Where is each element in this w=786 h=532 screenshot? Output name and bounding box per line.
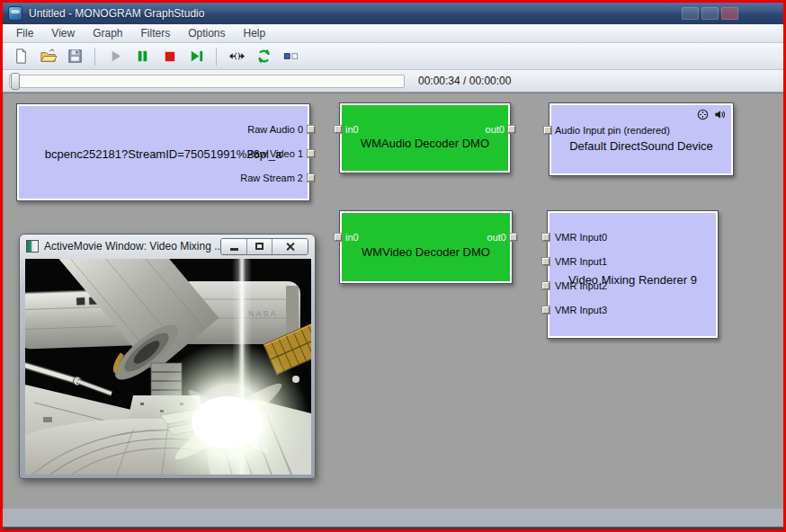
minimize-button[interactable]	[682, 7, 699, 20]
pin-wmvideo-in0[interactable]	[335, 234, 342, 241]
pin-raw-video-1[interactable]	[308, 150, 315, 157]
connect-pins-button[interactable]	[280, 46, 301, 67]
activemovie-minimize-button[interactable]	[221, 239, 246, 254]
pin-label-vmr-input2: VMR Input2	[555, 280, 607, 291]
menu-help[interactable]: Help	[235, 24, 275, 42]
activemovie-close-button[interactable]	[272, 239, 308, 254]
activemovie-title-bar[interactable]: ActiveMovie Window: Video Mixing ...	[20, 235, 315, 258]
save-graph-button[interactable]	[64, 46, 85, 67]
activemovie-icon	[26, 240, 39, 253]
activemovie-maximize-button[interactable]	[246, 239, 272, 254]
application-window: Untitled - MONOGRAM GraphStudio File Vie…	[0, 0, 786, 532]
filter-directsound-device[interactable]: Default DirectSound Device Audio Input p…	[549, 102, 734, 176]
window-title: Untitled - MONOGRAM GraphStudio	[29, 7, 204, 20]
filter-directsound-name: Default DirectSound Device	[549, 139, 733, 153]
open-folder-icon	[40, 48, 57, 65]
filter-vmr9[interactable]: Video Mixing Renderer 9 VMR Input0 VMR I…	[547, 210, 719, 339]
pin-vmr-input2[interactable]	[542, 282, 549, 289]
open-graph-button[interactable]	[37, 46, 58, 67]
filter-source[interactable]: bcpenc252181?StreamID=75051991%26pl_a Ra…	[16, 103, 310, 201]
connect-pins-icon	[282, 48, 299, 65]
pin-label-raw-stream-2: Raw Stream 2	[240, 173, 303, 183]
pin-wmvideo-out0[interactable]	[510, 234, 517, 241]
pin-vmr-input0[interactable]	[542, 234, 549, 241]
close-button[interactable]	[721, 7, 738, 20]
pin-label-wmaudio-in0: in0	[345, 124, 359, 135]
pause-button[interactable]	[131, 46, 153, 67]
window-bottom-edge	[3, 527, 783, 529]
menu-view[interactable]: View	[42, 24, 84, 42]
seek-slider[interactable]	[9, 75, 405, 88]
filter-wmvideo-name: WMVideo Decoder DMO	[340, 245, 512, 259]
spread-filters-icon	[228, 48, 246, 65]
stop-icon	[161, 48, 178, 65]
pin-raw-audio-0[interactable]	[308, 126, 315, 133]
clock-icon	[697, 109, 709, 120]
toolbar-separator	[216, 48, 217, 66]
pin-vmr-input1[interactable]	[542, 258, 549, 265]
new-graph-button[interactable]	[10, 46, 31, 67]
nasa-logo-text: NASA	[248, 309, 278, 318]
maximize-button[interactable]	[701, 7, 719, 20]
toolbar-separator	[94, 48, 95, 66]
pin-label-raw-video-1: Raw Video 1	[247, 148, 303, 159]
activemovie-title: ActiveMovie Window: Video Mixing ...	[44, 240, 220, 253]
pin-label-raw-audio-0: Raw Audio 0	[247, 124, 303, 135]
pin-label-audio-input: Audio Input pin (rendered)	[555, 125, 670, 136]
video-frame-space-station: NASA	[25, 259, 311, 474]
pin-label-wmvideo-in0: in0	[345, 232, 359, 243]
new-document-icon	[13, 48, 30, 65]
step-button[interactable]	[185, 46, 207, 67]
play-icon	[107, 48, 124, 65]
menu-filters[interactable]: Filters	[132, 24, 180, 42]
pin-wmaudio-out0[interactable]	[508, 126, 515, 133]
pin-label-vmr-input0: VMR Input0	[555, 232, 607, 243]
menu-bar: File View Graph Filters Options Help	[3, 24, 783, 43]
filter-wmvideo-decoder[interactable]: WMVideo Decoder DMO in0 out0	[339, 210, 513, 284]
close-icon	[285, 242, 295, 252]
stop-button[interactable]	[158, 46, 180, 67]
maximize-icon	[255, 243, 263, 250]
pin-label-wmaudio-out0: out0	[486, 124, 505, 135]
pin-vmr-input3[interactable]	[542, 306, 549, 314]
spread-filters-button[interactable]	[226, 46, 247, 67]
seek-thumb[interactable]	[11, 73, 20, 90]
menu-graph[interactable]: Graph	[84, 24, 131, 42]
refresh-graph-icon	[255, 48, 272, 65]
menu-file[interactable]: File	[7, 24, 42, 42]
pin-audio-input[interactable]	[544, 127, 551, 134]
minimize-icon	[230, 248, 238, 251]
step-icon	[188, 48, 205, 65]
pin-wmaudio-in0[interactable]	[335, 126, 342, 133]
filter-wmaudio-name: WMAudio Decoder DMO	[340, 137, 510, 150]
title-bar[interactable]: Untitled - MONOGRAM GraphStudio	[3, 3, 783, 24]
pin-label-wmvideo-out0: out0	[487, 232, 506, 243]
save-icon	[67, 48, 84, 65]
app-icon[interactable]	[8, 6, 22, 21]
toolbar	[3, 43, 783, 70]
speaker-icon	[714, 109, 726, 120]
refresh-graph-button[interactable]	[253, 46, 274, 67]
filter-wmaudio-decoder[interactable]: WMAudio Decoder DMO in0 out0	[339, 102, 511, 173]
pin-label-vmr-input3: VMR Input3	[555, 305, 607, 315]
activemovie-window[interactable]: ActiveMovie Window: Video Mixing ...	[19, 234, 316, 479]
pin-label-vmr-input1: VMR Input1	[555, 256, 607, 267]
pause-icon	[134, 48, 151, 65]
video-display: NASA	[25, 259, 311, 474]
pin-raw-stream-2[interactable]	[308, 174, 315, 182]
transport-bar: 00:00:34 / 00:00:00	[3, 70, 783, 93]
graph-canvas[interactable]: bcpenc252181?StreamID=75051991%26pl_a Ra…	[3, 93, 783, 509]
playback-time: 00:00:34 / 00:00:00	[418, 75, 511, 87]
menu-options[interactable]: Options	[179, 24, 234, 42]
play-button[interactable]	[104, 46, 126, 67]
